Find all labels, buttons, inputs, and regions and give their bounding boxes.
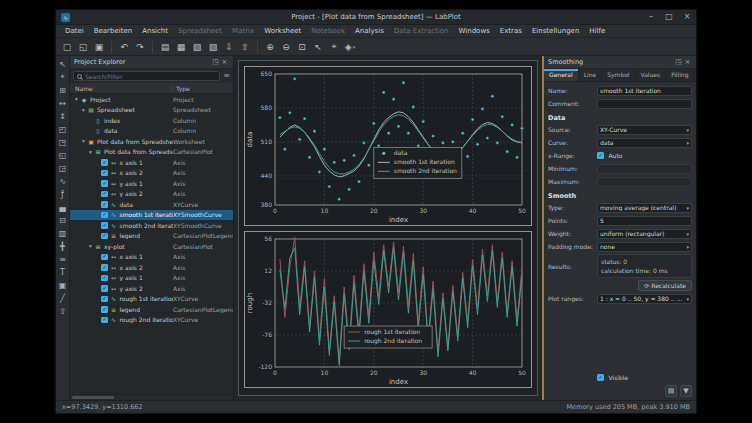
comment-field[interactable]: [597, 99, 692, 109]
visibility-checkbox[interactable]: [101, 159, 108, 166]
tree-item-rough-1st-iteration-19[interactable]: ∿rough 1st iterationXYCurve: [70, 294, 233, 305]
tab-values[interactable]: Values: [636, 69, 667, 81]
explorer-hscrollbar[interactable]: [70, 394, 233, 400]
visibility-checkbox[interactable]: [101, 170, 108, 177]
tree-item-spreadsheet-1[interactable]: ▾▤SpreadsheetSpreadsheet: [70, 105, 233, 116]
visibility-checkbox[interactable]: [101, 317, 108, 324]
padding-mode-select[interactable]: none▾: [597, 242, 692, 252]
save-template-button[interactable]: ▼: [680, 385, 692, 397]
visibility-checkbox[interactable]: [101, 212, 108, 219]
menu-einstellungen[interactable]: Einstellungen: [527, 25, 584, 38]
new-worksheet-icon[interactable]: ▧: [190, 40, 204, 54]
crosshair-mode-icon[interactable]: ⌖: [327, 40, 341, 54]
tab-line[interactable]: Line: [579, 69, 603, 81]
tree-item-x-axis-1-6[interactable]: ↔x axis 1Axis: [70, 157, 233, 168]
minimum-field[interactable]: [597, 164, 692, 174]
layout-mode-icon[interactable]: ◈▾: [343, 40, 357, 54]
tab-filling[interactable]: Filling: [666, 69, 694, 81]
tree-item-project-0[interactable]: ▾◆ProjectProject: [70, 94, 233, 105]
tree-item-data-10[interactable]: ∿dataXYCurve: [70, 199, 233, 210]
close-dock-icon[interactable]: ×: [220, 58, 229, 66]
menu-analysis[interactable]: Analysis: [350, 25, 389, 38]
visibility-checkbox[interactable]: [101, 254, 108, 261]
tree-item-xy-plot-14[interactable]: ▾⊞xy-plotCartesianPlot: [70, 241, 233, 252]
tab-general[interactable]: General: [544, 69, 579, 81]
add-image-icon[interactable]: ▣: [57, 279, 69, 291]
select-tool-icon[interactable]: ↖: [57, 58, 69, 70]
points-spinbox[interactable]: [597, 216, 692, 226]
add-text-label-icon[interactable]: T: [57, 266, 69, 278]
expander-icon[interactable]: ▾: [80, 138, 87, 144]
titlebar[interactable]: ∿ Project - [Plot data from Spreadsheet]…: [56, 10, 696, 25]
expander-icon[interactable]: ▾: [87, 243, 94, 249]
minimize-button[interactable]: –: [646, 12, 656, 21]
visibility-checkbox[interactable]: [101, 285, 108, 292]
add-plot-box-icon[interactable]: ◱: [57, 149, 69, 161]
name-field[interactable]: [597, 86, 692, 96]
visibility-checkbox[interactable]: [101, 306, 108, 313]
undo-icon[interactable]: ↶: [117, 40, 131, 54]
tree-item-y-axis-2-18[interactable]: ↔y axis 2Axis: [70, 283, 233, 294]
close-properties-icon[interactable]: ×: [683, 58, 692, 66]
smoothing-plot[interactable]: 01020304050380440510580650indexdatadatas…: [244, 66, 532, 226]
tree-item-y-axis-1-17[interactable]: ↔y axis 1Axis: [70, 273, 233, 284]
visibility-checkbox[interactable]: [101, 222, 108, 229]
float-properties-icon[interactable]: ◳: [674, 58, 683, 66]
tab-symbol[interactable]: Symbol: [602, 69, 635, 81]
import-data-icon[interactable]: ⇩: [222, 40, 236, 54]
crosshair-tool-icon[interactable]: ⌖: [57, 71, 69, 83]
visibility-checkbox[interactable]: [101, 233, 108, 240]
visibility-checkbox[interactable]: [101, 275, 108, 282]
expander-icon[interactable]: ▾: [80, 107, 87, 113]
save-project-icon[interactable]: ▣: [92, 40, 106, 54]
select-mode-icon[interactable]: ↖: [311, 40, 325, 54]
tree-item-legend-20[interactable]: ≡legendCartesianPlotLegend: [70, 304, 233, 315]
visibility-checkbox[interactable]: [101, 296, 108, 303]
column-type-header[interactable]: Type: [173, 85, 233, 92]
add-histogram-icon[interactable]: ▄: [57, 201, 69, 213]
menu-windows[interactable]: Windows: [454, 25, 495, 38]
source-select[interactable]: XY-Curve▾: [597, 125, 692, 135]
add-boxplot-icon[interactable]: ⊟: [57, 214, 69, 226]
filter-options-icon[interactable]: ≡: [223, 71, 230, 81]
tree-item-y-axis-2-9[interactable]: ↔y axis 2Axis: [70, 189, 233, 200]
visible-checkbox[interactable]: [597, 374, 604, 381]
add-axis-icon[interactable]: ╋: [57, 240, 69, 252]
new-spreadsheet-icon[interactable]: ▤: [158, 40, 172, 54]
worksheet-page[interactable]: 01020304050380440510580650indexdatadatas…: [238, 60, 538, 396]
type-select[interactable]: moving average (central)▾: [597, 203, 692, 213]
xy-plot[interactable]: 01020304050-120-76-321256indexroughrough…: [244, 231, 532, 388]
zoom-fit-icon[interactable]: ⊡: [295, 40, 309, 54]
redo-icon[interactable]: ↷: [133, 40, 147, 54]
zoom-in-icon[interactable]: ⊕: [263, 40, 277, 54]
open-project-icon[interactable]: ◱: [76, 40, 90, 54]
menu-extras[interactable]: Extras: [495, 25, 527, 38]
tree-item-data-3[interactable]: ▯dataColumn: [70, 126, 233, 137]
visibility-checkbox[interactable]: [101, 201, 108, 208]
close-button[interactable]: ×: [682, 12, 692, 21]
add-xy-curve-icon[interactable]: ∿: [57, 175, 69, 187]
add-bar-plot-icon[interactable]: ▥: [57, 227, 69, 239]
visibility-checkbox[interactable]: [101, 180, 108, 187]
visibility-checkbox[interactable]: [101, 264, 108, 271]
tree-item-plot-data-from-spreadsheet-5[interactable]: ▾⊞Plot data from SpreadsheetCartesianPlo…: [70, 147, 233, 158]
expander-icon[interactable]: ▾: [87, 149, 94, 155]
tree-item-x-axis-2-7[interactable]: ↔x axis 2Axis: [70, 168, 233, 179]
tree-item-legend-13[interactable]: ≡legendCartesianPlotLegend: [70, 231, 233, 242]
add-plot-two-axes-icon[interactable]: ◳: [57, 136, 69, 148]
float-dock-icon[interactable]: ◳: [211, 58, 220, 66]
add-plot-four-axes-icon[interactable]: ◰: [57, 123, 69, 135]
tree-item-x-axis-1-15[interactable]: ↔x axis 1Axis: [70, 252, 233, 263]
weight-select[interactable]: uniform (rectangular)▾: [597, 229, 692, 239]
zoom-out-icon[interactable]: ⊖: [279, 40, 293, 54]
menu-ansicht[interactable]: Ansicht: [137, 25, 173, 38]
zoom-select-tool-icon[interactable]: ⊞: [57, 84, 69, 96]
recalculate-button[interactable]: ⟳Recalculate: [638, 280, 692, 291]
menu-bearbeiten[interactable]: Bearbeiten: [89, 25, 137, 38]
tree-item-y-axis-1-8[interactable]: ↔y axis 1Axis: [70, 178, 233, 189]
add-reference-line-icon[interactable]: ╱: [57, 292, 69, 304]
expander-icon[interactable]: ▾: [73, 96, 80, 102]
auto-range-checkbox[interactable]: [597, 152, 604, 159]
zoom-y-tool-icon[interactable]: ↕: [57, 110, 69, 122]
curve-select[interactable]: data▾: [597, 138, 692, 148]
